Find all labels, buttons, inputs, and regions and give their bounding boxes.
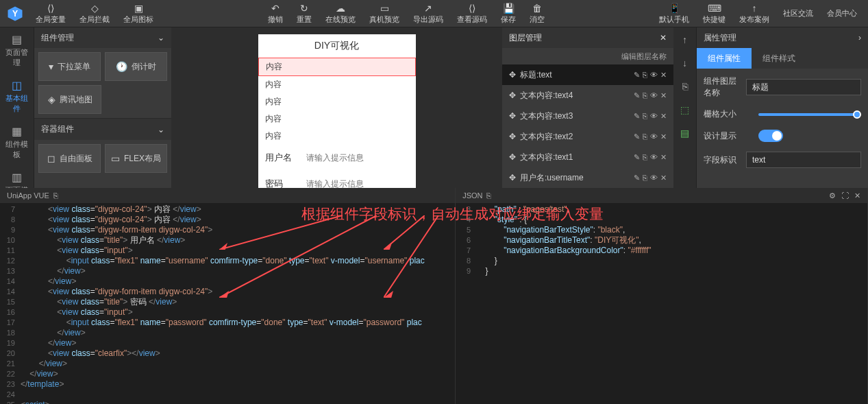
- canvas[interactable]: DIY可视化 内容 内容 内容 内容 内容 用户名 密码: [171, 27, 502, 188]
- copy-icon[interactable]: ⎘: [643, 153, 647, 162]
- annotation-text: 根据组件字段标识，自动生成对应绑定输入变量: [301, 204, 604, 224]
- comp-flex-layout[interactable]: ▭FLEX布局: [105, 144, 167, 173]
- edit-icon[interactable]: ✎: [634, 71, 640, 80]
- preview-content-1[interactable]: 内容: [258, 58, 416, 76]
- eye-icon[interactable]: 👁: [650, 71, 658, 80]
- close-icon[interactable]: ✕: [660, 33, 667, 43]
- rail-basic-comp[interactable]: ◫基本组件: [0, 73, 34, 119]
- phone-icon: ▭: [379, 3, 390, 14]
- chevron-down-icon[interactable]: ⌄: [158, 33, 164, 43]
- rail-page-tpl[interactable]: ▥页面模板: [0, 165, 34, 188]
- view-code-btn[interactable]: ⟨⟩查看源码: [451, 1, 493, 26]
- eye-icon[interactable]: 👁: [650, 91, 658, 100]
- chevron-right-icon[interactable]: ›: [858, 33, 861, 43]
- publish-btn[interactable]: ↑发布案例: [734, 1, 775, 26]
- edit-icon[interactable]: ✎: [634, 112, 640, 121]
- copy-icon[interactable]: ⎘: [53, 191, 58, 200]
- layer-name-label: 组件图层名称: [704, 75, 739, 99]
- tab-component-style[interactable]: 组件样式: [752, 48, 806, 69]
- edit-icon[interactable]: ✎: [634, 91, 640, 100]
- rail-comp-tpl[interactable]: ▦组件模板: [0, 119, 34, 165]
- design-show-toggle[interactable]: [758, 130, 783, 142]
- global-icon-btn[interactable]: ▣全局图标: [118, 1, 159, 26]
- global-block-btn[interactable]: ◇全局拦截: [74, 1, 115, 26]
- member-btn[interactable]: 会员中心: [821, 1, 863, 26]
- password-label: 密码: [265, 178, 298, 188]
- save-btn[interactable]: 💾保存: [495, 1, 521, 26]
- export-code-btn[interactable]: ↗导出源码: [408, 1, 449, 26]
- copy-icon[interactable]: ⎘: [643, 112, 647, 121]
- mobile-icon: 📱: [669, 3, 680, 14]
- username-input[interactable]: [306, 153, 409, 163]
- copy-icon[interactable]: ⎘: [643, 91, 647, 100]
- preview-content-4[interactable]: 内容: [258, 110, 416, 128]
- eye-icon[interactable]: 👁: [650, 153, 658, 162]
- preview-content-5[interactable]: 内容: [258, 128, 416, 145]
- top-toolbar: Y ⟨⟩全局变量 ◇全局拦截 ▣全局图标 ↶撤销 ↻重置 ☁在线预览 ▭真机预览…: [0, 0, 868, 27]
- default-phone-btn[interactable]: 📱默认手机: [654, 1, 695, 26]
- edit-icon[interactable]: ✎: [634, 174, 640, 182]
- expand-icon[interactable]: ⛶: [841, 191, 849, 200]
- online-preview-btn[interactable]: ☁在线预览: [320, 1, 361, 26]
- settings-icon[interactable]: ⚙: [829, 191, 836, 200]
- copy-icon[interactable]: ⎘: [643, 174, 647, 182]
- edit-icon[interactable]: ✎: [634, 132, 640, 141]
- edit-icon[interactable]: ✎: [634, 153, 640, 162]
- comp-dropdown[interactable]: ▾下拉菜单: [38, 52, 101, 81]
- delete-icon[interactable]: ✕: [660, 153, 667, 162]
- close-icon[interactable]: ✕: [854, 191, 860, 200]
- redo-btn[interactable]: ↻重置: [291, 1, 317, 26]
- password-input[interactable]: [306, 179, 409, 188]
- design-show-label: 设计显示: [704, 130, 752, 142]
- delete-icon[interactable]: ✕: [660, 174, 667, 182]
- vue-code-pane: UniApp VUE⎘ 根据组件字段标识，自动生成对应绑定输入变量 7 <vie…: [0, 188, 456, 404]
- field-id-label: 字段标识: [704, 154, 739, 166]
- global-var-btn[interactable]: ⟨⟩全局变量: [30, 1, 71, 26]
- arrow-down-icon[interactable]: ↓: [678, 56, 692, 70]
- comp-free-panel[interactable]: ◻自由面板: [38, 144, 101, 173]
- layer-item-text1[interactable]: ✥文本内容:text1✎⎘👁✕: [502, 147, 673, 167]
- comp-tencent-map[interactable]: ◈腾讯地图: [38, 85, 101, 114]
- plugin-icon[interactable]: ⬚: [678, 103, 692, 117]
- device-preview-btn[interactable]: ▭真机预览: [364, 1, 405, 26]
- form-username[interactable]: 用户名: [258, 145, 416, 171]
- eye-icon[interactable]: 👁: [650, 132, 658, 141]
- comp-countdown[interactable]: 🕐倒计时: [105, 52, 167, 81]
- preview-content-2[interactable]: 内容: [258, 76, 416, 93]
- layer-name-input[interactable]: [746, 79, 861, 95]
- copy-icon[interactable]: ⎘: [486, 191, 491, 200]
- shield-icon: ◇: [89, 3, 100, 14]
- arrow-up-icon[interactable]: ↑: [678, 33, 692, 47]
- copy-icon[interactable]: ⎘: [643, 132, 647, 141]
- flex-icon: ▭: [111, 153, 120, 164]
- preview-content-3[interactable]: 内容: [258, 93, 416, 110]
- clear-btn[interactable]: 🗑消空: [524, 1, 550, 26]
- delete-icon[interactable]: ✕: [660, 112, 667, 121]
- layer-item-username[interactable]: ✥用户名:username✎⎘👁✕: [502, 167, 673, 188]
- copy-icon[interactable]: ⎘: [678, 80, 692, 93]
- delete-icon[interactable]: ✕: [660, 71, 667, 80]
- container-accordion[interactable]: 容器组件⌄: [34, 118, 171, 140]
- delete-icon[interactable]: ✕: [660, 91, 667, 100]
- template-icon: ▦: [12, 125, 22, 138]
- grid-size-slider[interactable]: [758, 113, 861, 116]
- tab-component-attr[interactable]: 组件属性: [697, 48, 752, 69]
- field-id-input[interactable]: [746, 152, 861, 168]
- layer-item-text2[interactable]: ✥文本内容:text2✎⎘👁✕: [502, 126, 673, 147]
- list-icon[interactable]: ▤: [678, 126, 692, 140]
- json-code-body[interactable]: 3 "path" : "pages/test", 4 "style" : { 5…: [456, 203, 867, 404]
- layer-item-title[interactable]: ✥标题:text✎⎘👁✕: [502, 64, 673, 85]
- vue-code-body[interactable]: 7 <view class="diygw-col-24"> 内容 </view>…: [0, 203, 455, 404]
- eye-icon[interactable]: 👁: [650, 174, 658, 182]
- community-btn[interactable]: 社区交流: [778, 1, 819, 26]
- rail-page-mgmt[interactable]: ▤页面管理: [0, 27, 34, 73]
- shortcuts-btn[interactable]: ⌨快捷键: [697, 1, 731, 26]
- copy-icon[interactable]: ⎘: [643, 71, 647, 80]
- form-password[interactable]: 密码: [258, 171, 416, 188]
- dropdown-icon: ▾: [49, 61, 53, 72]
- delete-icon[interactable]: ✕: [660, 132, 667, 141]
- eye-icon[interactable]: 👁: [650, 112, 658, 121]
- undo-btn[interactable]: ↶撤销: [262, 1, 288, 26]
- layer-item-text3[interactable]: ✥文本内容:text3✎⎘👁✕: [502, 106, 673, 126]
- layer-item-text4[interactable]: ✥文本内容:text4✎⎘👁✕: [502, 85, 673, 106]
